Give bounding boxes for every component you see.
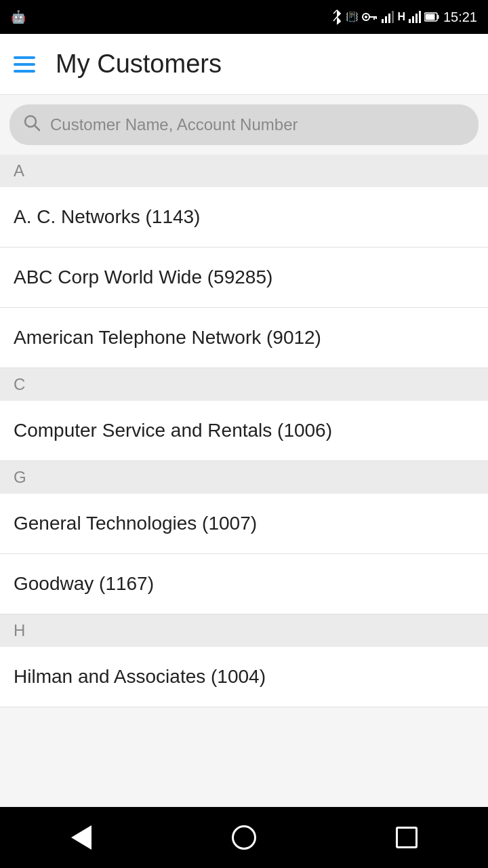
search-bar [9, 104, 479, 145]
section-header-H: H [0, 614, 488, 647]
svg-rect-8 [392, 11, 394, 23]
nav-bar [0, 807, 488, 868]
search-input[interactable] [50, 115, 465, 134]
svg-rect-10 [412, 16, 414, 23]
menu-line-1 [14, 56, 35, 59]
list-item[interactable]: American Telephone Network (9012) [0, 308, 488, 368]
svg-rect-9 [409, 19, 411, 23]
vpn-icon [362, 12, 378, 22]
svg-rect-12 [419, 11, 421, 23]
status-bar-left: 🤖 [11, 9, 28, 24]
h-icon: H [397, 11, 405, 23]
status-bar: 🤖 📳 [0, 0, 488, 34]
svg-rect-5 [382, 19, 384, 23]
section-header-C: C [0, 368, 488, 401]
svg-rect-11 [415, 14, 418, 23]
list-item[interactable]: Computer Service and Rentals (1006) [0, 401, 488, 461]
recents-icon [396, 827, 418, 848]
menu-line-2 [14, 63, 35, 66]
status-bar-right: 📳 H [331, 9, 477, 25]
section-header-A: A [0, 155, 488, 187]
svg-point-1 [365, 16, 367, 18]
list-item[interactable]: Hilman and Associates (1004) [0, 647, 488, 707]
menu-button[interactable] [14, 56, 35, 73]
menu-line-3 [14, 70, 35, 73]
vibrate-icon: 📳 [346, 11, 359, 23]
status-time: 15:21 [443, 9, 477, 25]
list-item[interactable]: General Technologies (1007) [0, 494, 488, 554]
page-title: My Customers [56, 50, 222, 79]
signal1-icon [382, 11, 394, 23]
app-bar: My Customers [0, 34, 488, 95]
recents-button[interactable] [386, 817, 427, 858]
bluetooth-icon [331, 9, 342, 24]
back-button[interactable] [61, 817, 102, 858]
svg-rect-7 [388, 14, 390, 23]
home-icon [232, 825, 256, 850]
section-header-G: G [0, 461, 488, 494]
customer-list: AA. C. Networks (1143)ABC Corp World Wid… [0, 155, 488, 807]
list-item[interactable]: A. C. Networks (1143) [0, 187, 488, 248]
home-button[interactable] [224, 817, 264, 858]
search-icon [23, 114, 41, 136]
svg-rect-6 [385, 16, 387, 23]
svg-rect-15 [425, 14, 434, 20]
signal2-icon [409, 11, 421, 23]
status-icons: 📳 H [331, 9, 439, 24]
android-icon: 🤖 [11, 9, 26, 24]
battery-icon [424, 12, 439, 22]
list-item[interactable]: ABC Corp World Wide (59285) [0, 248, 488, 308]
list-item[interactable]: Goodway (1167) [0, 554, 488, 614]
back-icon [71, 825, 92, 850]
search-container [0, 95, 488, 155]
svg-line-17 [35, 125, 39, 130]
svg-rect-14 [437, 15, 439, 19]
